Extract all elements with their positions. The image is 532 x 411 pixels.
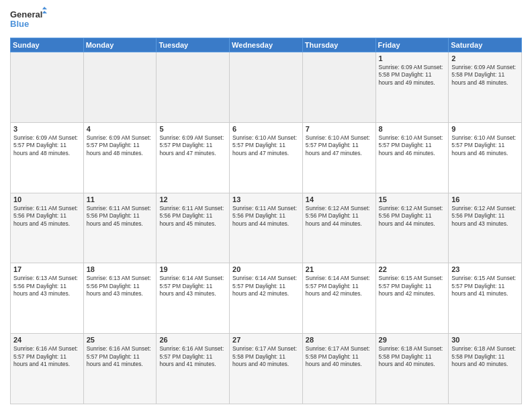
calendar-cell: 1Sunrise: 6:09 AM Sunset: 5:58 PM Daylig… — [375, 52, 449, 123]
weekday-header: Monday — [83, 38, 157, 52]
calendar-cell: 30Sunrise: 6:18 AM Sunset: 5:58 PM Dayli… — [449, 334, 522, 404]
cell-sun-info: Sunrise: 6:10 AM Sunset: 5:57 PM Dayligh… — [232, 134, 300, 157]
svg-marker-3 — [42, 11, 47, 13]
logo-svg: General Blue — [10, 7, 47, 32]
day-number: 22 — [379, 265, 446, 273]
cell-sun-info: Sunrise: 6:18 AM Sunset: 5:58 PM Dayligh… — [379, 345, 446, 368]
calendar-cell: 27Sunrise: 6:17 AM Sunset: 5:58 PM Dayli… — [230, 334, 303, 404]
cell-sun-info: Sunrise: 6:12 AM Sunset: 5:56 PM Dayligh… — [379, 205, 446, 228]
day-number: 29 — [379, 336, 446, 344]
calendar-cell — [83, 52, 157, 123]
cell-sun-info: Sunrise: 6:10 AM Sunset: 5:57 PM Dayligh… — [379, 134, 446, 157]
day-number: 17 — [13, 265, 81, 273]
calendar-cell: 12Sunrise: 6:11 AM Sunset: 5:56 PM Dayli… — [157, 193, 230, 263]
calendar-table: SundayMondayTuesdayWednesdayThursdayFrid… — [10, 38, 522, 404]
day-number: 6 — [232, 125, 300, 133]
cell-sun-info: Sunrise: 6:09 AM Sunset: 5:58 PM Dayligh… — [379, 64, 446, 87]
day-number: 23 — [451, 265, 519, 273]
cell-sun-info: Sunrise: 6:17 AM Sunset: 5:58 PM Dayligh… — [232, 345, 300, 368]
day-number: 11 — [87, 195, 154, 203]
calendar-cell: 10Sunrise: 6:11 AM Sunset: 5:56 PM Dayli… — [11, 193, 84, 263]
day-number: 15 — [379, 195, 446, 203]
day-number: 5 — [159, 125, 226, 133]
calendar-cell: 28Sunrise: 6:17 AM Sunset: 5:58 PM Dayli… — [302, 334, 375, 404]
calendar-cell: 15Sunrise: 6:12 AM Sunset: 5:56 PM Dayli… — [375, 193, 449, 263]
calendar-week-row: 10Sunrise: 6:11 AM Sunset: 5:56 PM Dayli… — [11, 193, 522, 263]
calendar-cell: 9Sunrise: 6:10 AM Sunset: 5:57 PM Daylig… — [449, 122, 522, 193]
cell-sun-info: Sunrise: 6:11 AM Sunset: 5:56 PM Dayligh… — [232, 205, 300, 228]
cell-sun-info: Sunrise: 6:12 AM Sunset: 5:56 PM Dayligh… — [451, 205, 519, 228]
calendar-cell: 6Sunrise: 6:10 AM Sunset: 5:57 PM Daylig… — [230, 122, 303, 193]
header: General Blue — [10, 7, 522, 32]
day-number: 8 — [379, 125, 446, 133]
cell-sun-info: Sunrise: 6:18 AM Sunset: 5:58 PM Dayligh… — [451, 345, 519, 368]
calendar-cell — [157, 52, 230, 123]
day-number: 19 — [159, 265, 226, 273]
cell-sun-info: Sunrise: 6:14 AM Sunset: 5:57 PM Dayligh… — [306, 275, 373, 298]
cell-sun-info: Sunrise: 6:09 AM Sunset: 5:57 PM Dayligh… — [13, 134, 81, 157]
day-number: 28 — [306, 336, 373, 344]
calendar-cell: 8Sunrise: 6:10 AM Sunset: 5:57 PM Daylig… — [375, 122, 449, 193]
cell-sun-info: Sunrise: 6:13 AM Sunset: 5:56 PM Dayligh… — [13, 275, 81, 298]
cell-sun-info: Sunrise: 6:14 AM Sunset: 5:57 PM Dayligh… — [232, 275, 300, 298]
calendar-cell: 3Sunrise: 6:09 AM Sunset: 5:57 PM Daylig… — [11, 122, 84, 193]
calendar-week-row: 1Sunrise: 6:09 AM Sunset: 5:58 PM Daylig… — [11, 52, 522, 123]
cell-sun-info: Sunrise: 6:10 AM Sunset: 5:57 PM Dayligh… — [306, 134, 373, 157]
cell-sun-info: Sunrise: 6:17 AM Sunset: 5:58 PM Dayligh… — [306, 345, 373, 368]
day-number: 21 — [306, 265, 373, 273]
cell-sun-info: Sunrise: 6:14 AM Sunset: 5:57 PM Dayligh… — [159, 275, 226, 298]
calendar-cell: 14Sunrise: 6:12 AM Sunset: 5:56 PM Dayli… — [302, 193, 375, 263]
calendar-cell — [11, 52, 84, 123]
day-number: 9 — [451, 125, 519, 133]
calendar-cell: 19Sunrise: 6:14 AM Sunset: 5:57 PM Dayli… — [157, 263, 230, 334]
calendar-cell: 17Sunrise: 6:13 AM Sunset: 5:56 PM Dayli… — [11, 263, 84, 334]
calendar-cell: 2Sunrise: 6:09 AM Sunset: 5:58 PM Daylig… — [449, 52, 522, 123]
day-number: 12 — [159, 195, 226, 203]
logo: General Blue — [10, 7, 47, 32]
calendar-cell: 20Sunrise: 6:14 AM Sunset: 5:57 PM Dayli… — [230, 263, 303, 334]
day-number: 24 — [13, 336, 81, 344]
calendar-cell: 25Sunrise: 6:16 AM Sunset: 5:57 PM Dayli… — [83, 334, 157, 404]
calendar-cell: 23Sunrise: 6:15 AM Sunset: 5:57 PM Dayli… — [449, 263, 522, 334]
calendar-cell: 13Sunrise: 6:11 AM Sunset: 5:56 PM Dayli… — [230, 193, 303, 263]
weekday-header: Saturday — [449, 38, 522, 52]
cell-sun-info: Sunrise: 6:16 AM Sunset: 5:57 PM Dayligh… — [159, 345, 226, 368]
cell-sun-info: Sunrise: 6:15 AM Sunset: 5:57 PM Dayligh… — [451, 275, 519, 298]
calendar-cell — [230, 52, 303, 123]
cell-sun-info: Sunrise: 6:09 AM Sunset: 5:58 PM Dayligh… — [451, 64, 519, 87]
page: General Blue SundayMondayTuesdayWednesda… — [0, 0, 532, 411]
svg-text:General: General — [10, 9, 42, 19]
calendar-cell: 5Sunrise: 6:09 AM Sunset: 5:57 PM Daylig… — [157, 122, 230, 193]
day-number: 14 — [306, 195, 373, 203]
calendar-cell: 29Sunrise: 6:18 AM Sunset: 5:58 PM Dayli… — [375, 334, 449, 404]
day-number: 13 — [232, 195, 300, 203]
day-number: 26 — [159, 336, 226, 344]
calendar-cell: 16Sunrise: 6:12 AM Sunset: 5:56 PM Dayli… — [449, 193, 522, 263]
weekday-header: Thursday — [302, 38, 375, 52]
day-number: 18 — [87, 265, 154, 273]
cell-sun-info: Sunrise: 6:11 AM Sunset: 5:56 PM Dayligh… — [159, 205, 226, 228]
day-number: 10 — [13, 195, 81, 203]
calendar-cell: 22Sunrise: 6:15 AM Sunset: 5:57 PM Dayli… — [375, 263, 449, 334]
cell-sun-info: Sunrise: 6:16 AM Sunset: 5:57 PM Dayligh… — [87, 345, 154, 368]
cell-sun-info: Sunrise: 6:13 AM Sunset: 5:56 PM Dayligh… — [87, 275, 154, 298]
cell-sun-info: Sunrise: 6:09 AM Sunset: 5:57 PM Dayligh… — [159, 134, 226, 157]
calendar-cell: 7Sunrise: 6:10 AM Sunset: 5:57 PM Daylig… — [302, 122, 375, 193]
day-number: 1 — [379, 54, 446, 62]
calendar-cell: 11Sunrise: 6:11 AM Sunset: 5:56 PM Dayli… — [83, 193, 157, 263]
cell-sun-info: Sunrise: 6:11 AM Sunset: 5:56 PM Dayligh… — [13, 205, 81, 228]
day-number: 7 — [306, 125, 373, 133]
day-number: 30 — [451, 336, 519, 344]
day-number: 20 — [232, 265, 300, 273]
cell-sun-info: Sunrise: 6:09 AM Sunset: 5:57 PM Dayligh… — [87, 134, 154, 157]
calendar-week-row: 17Sunrise: 6:13 AM Sunset: 5:56 PM Dayli… — [11, 263, 522, 334]
day-number: 3 — [13, 125, 81, 133]
cell-sun-info: Sunrise: 6:15 AM Sunset: 5:57 PM Dayligh… — [379, 275, 446, 298]
weekday-header: Wednesday — [230, 38, 303, 52]
day-number: 2 — [451, 54, 519, 62]
weekday-header: Tuesday — [157, 38, 230, 52]
calendar-cell: 26Sunrise: 6:16 AM Sunset: 5:57 PM Dayli… — [157, 334, 230, 404]
weekday-header-row: SundayMondayTuesdayWednesdayThursdayFrid… — [11, 38, 522, 52]
cell-sun-info: Sunrise: 6:16 AM Sunset: 5:57 PM Dayligh… — [13, 345, 81, 368]
cell-sun-info: Sunrise: 6:11 AM Sunset: 5:56 PM Dayligh… — [87, 205, 154, 228]
